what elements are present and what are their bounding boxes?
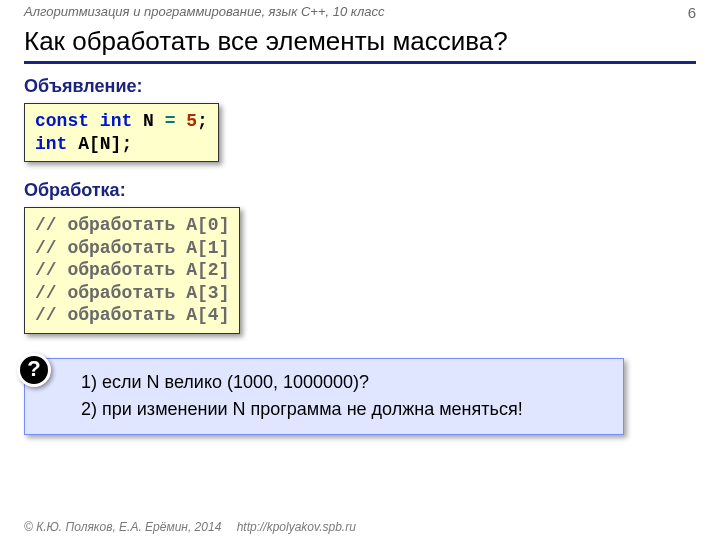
info-box: ? 1) если N велико (1000, 1000000)? 2) п… [24,358,624,436]
proc-line: // обработать A[3] [35,282,229,305]
footer: © К.Ю. Поляков, Е.А. Ерёмин, 2014 http:/… [24,520,356,534]
proc-line: // обработать A[1] [35,237,229,260]
page-title: Как обработать все элементы массива? [24,26,696,64]
info-q2: 2) при изменении N программа не должна м… [81,396,609,424]
kw-int-2: int [35,134,67,154]
op-eq: = [165,111,176,131]
slide: Алгоритмизация и программирование, язык … [0,0,720,540]
kw-const: const [35,111,89,131]
course-label: Алгоритмизация и программирование, язык … [24,4,384,21]
processing-label: Обработка: [24,180,696,201]
semi-1: ; [197,111,208,131]
copyright: © К.Ю. Поляков, Е.А. Ерёмин, 2014 [24,520,221,534]
top-bar: Алгоритмизация и программирование, язык … [0,0,720,21]
code-line-1: const int N = 5; [35,110,208,133]
question-icon: ? [17,353,51,387]
ident-n: N [143,111,154,131]
declaration-label: Объявление: [24,76,696,97]
kw-int: int [100,111,132,131]
arr-decl: A[N]; [78,134,132,154]
processing-block: Обработка: // обработать A[0] // обработ… [24,180,696,334]
processing-code: // обработать A[0] // обработать A[1] //… [24,207,240,334]
code-line-2: int A[N]; [35,133,208,156]
body: Объявление: const int N = 5; int A[N]; О… [24,76,696,435]
declaration-block: Объявление: const int N = 5; int A[N]; [24,76,696,162]
proc-line: // обработать A[2] [35,259,229,282]
declaration-code: const int N = 5; int A[N]; [24,103,219,162]
proc-line: // обработать A[4] [35,304,229,327]
page-number: 6 [688,4,696,21]
info-q1: 1) если N велико (1000, 1000000)? [81,369,609,397]
footer-url[interactable]: http://kpolyakov.spb.ru [237,520,356,534]
proc-line: // обработать A[0] [35,214,229,237]
lit-5: 5 [186,111,197,131]
